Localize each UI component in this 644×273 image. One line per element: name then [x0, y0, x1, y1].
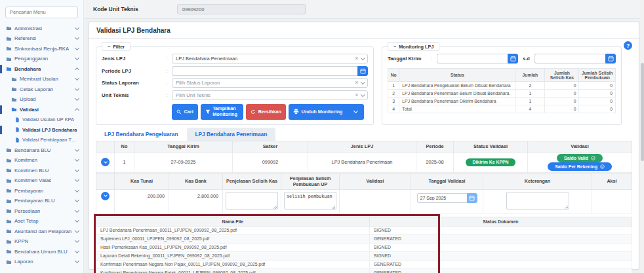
folder-icon [6, 239, 12, 244]
file-row[interactable]: Hasil Pemeriksaan Kas_00011_LPJPEN_09909… [96, 243, 632, 251]
file-row[interactable]: Suplemen LPJ_00011_LPJPEN_099092_08_2025… [96, 234, 632, 243]
tab-lpj-bendahara-penerimaan[interactable]: LPJ Bendahara Penerimaan [187, 128, 276, 141]
sidebar-item-validasi-lpj-bendahara[interactable]: Validasi LPJ Bendahara [0, 125, 83, 136]
sidebar-item-upload[interactable]: Upload [0, 94, 83, 105]
tampilkan-monitoring-button[interactable]: Tampilkan Monitoring [201, 104, 244, 120]
file-row[interactable]: Konfirmasi Penerimaan Negara Non Pajak_0… [96, 260, 632, 268]
sidebar-item-validasi-usulan-up-kpa[interactable]: Validasi Usulan UP KPA [0, 115, 83, 125]
sidebar-item-laporan[interactable]: Laporan [0, 257, 83, 267]
sidebar-item-administrasi[interactable]: Administrasi [0, 24, 83, 34]
unit-teknis-select[interactable]: Pilih Unit Teknis × [172, 90, 368, 100]
clear-icon[interactable]: × [355, 80, 358, 86]
unit-teknis-placeholder: Pilih Unit Teknis [176, 92, 211, 98]
row-expander-button[interactable] [101, 192, 110, 200]
chevron-down-icon[interactable] [361, 92, 365, 96]
chevron-down-icon [75, 198, 79, 202]
filter-legend[interactable]: − Filter [102, 42, 131, 51]
file-row[interactable]: Laporan Detail Rekening_00011_LPJPEN_099… [96, 251, 632, 260]
file-icon [15, 137, 20, 143]
chevron-down-icon [75, 86, 79, 91]
penjelasan-selisih-pembukuan-textarea[interactable]: selisih pembukuan [284, 192, 336, 209]
tanggal-kirim-from-input[interactable] [437, 54, 508, 64]
penjelasan-selisih-kas-textarea[interactable] [226, 192, 278, 209]
sidebar-item-bendahara-blu[interactable]: Bendahara BLU [0, 145, 83, 156]
monitoring-col-jumlah: Jumlah [515, 69, 545, 82]
cell-status: LPJ Bendahara Penerimaan Dikirim Bendaha… [399, 98, 515, 105]
jenis-lpj-select[interactable]: LPJ Bendahara Penerimaan × [172, 54, 368, 64]
tab-lpj-bendahara-pengeluaran[interactable]: LPJ Bendahara Pengeluaran [96, 128, 187, 141]
unduh-label: Unduh Monitoring [302, 109, 343, 115]
calendar-button[interactable] [357, 66, 368, 76]
clear-icon[interactable]: × [355, 92, 358, 98]
chevron-down-icon[interactable] [353, 109, 358, 113]
tanggal-kirim-label: Tanggal Kirim [388, 56, 431, 62]
filter-fieldset: − Filter Jenis LPJ : LPJ Bendahara Pener… [96, 46, 374, 125]
sidebar-item-validasi[interactable]: Validasi [0, 105, 83, 115]
sidebar-item-validasi-pembiayaan-tup-kpa[interactable]: Validasi Pembiayaan TUP KPA [0, 135, 83, 145]
sidebar-item-akuntansi-dan-pelaporan[interactable]: Akuntansi dan Pelaporan [0, 227, 83, 237]
sidebar-item-kppn[interactable]: KPPN [0, 236, 83, 247]
chevron-down-icon [104, 193, 108, 197]
keterangan-textarea[interactable] [506, 192, 569, 209]
sidebar: Administrasi Referensi Sinkronisasi Renj… [0, 0, 84, 273]
tanggal-validasi-input[interactable] [417, 193, 467, 203]
folder-icon [6, 259, 12, 264]
sidebar-item-aset-tetap[interactable]: Aset Tetap [0, 216, 83, 227]
folder-icon [6, 228, 12, 234]
sidebar-item-komitmen[interactable]: Komitmen [0, 155, 83, 166]
file-status: SIGNED [369, 226, 632, 234]
chevron-down-icon [75, 76, 79, 81]
calendar-button[interactable] [605, 54, 616, 64]
lpj-col-validasi: Validasi [528, 141, 632, 152]
bersihkan-button[interactable]: Bersihkan [246, 104, 286, 120]
sidebar-item-membuat-usulan[interactable]: Membuat Usulan [0, 74, 83, 84]
cell-jenis-lpj: LPJ Bendahara Penerimaan [308, 152, 416, 172]
chevron-down-icon[interactable] [361, 56, 365, 60]
sidebar-item-persediaan[interactable]: Persediaan [0, 206, 83, 217]
help-icon[interactable]: ? [624, 41, 632, 50]
calendar-button[interactable] [508, 54, 518, 64]
saldo-per-rekening-button[interactable]: Saldo Per Rekening [548, 162, 612, 171]
monitoring-legend[interactable]: − Monitoring LPJ [388, 42, 439, 51]
periode-lpj-input[interactable] [172, 66, 357, 76]
detail-col-tanggal-validasi: Tanggal Validasi [411, 173, 483, 189]
file-status: GENERATED [369, 268, 632, 273]
sidebar-item-label: Komitmen [14, 157, 37, 163]
lpj-col-jenis-lpj: Jenis LPJ [308, 141, 416, 152]
cari-button[interactable]: Cari [172, 104, 198, 120]
sidebar-item-referensi[interactable]: Referensi [0, 33, 83, 44]
vertical-scrollbar[interactable] [640, 0, 644, 273]
file-status: SIGNED [369, 243, 632, 251]
unduh-monitoring-button[interactable]: Unduh Monitoring [289, 104, 364, 120]
sidebar-item-bendahara[interactable]: Bendahara [0, 64, 83, 75]
menu-search-input[interactable] [5, 7, 78, 18]
tanggal-kirim-to-input[interactable] [534, 54, 605, 64]
sidebar-item-label: Komitmen BLU [14, 168, 49, 173]
sidebar-item-cetak-laporan[interactable]: Cetak Laporan [0, 84, 83, 95]
folder-icon [6, 26, 12, 31]
sidebar-item-komitmen-valas[interactable]: Komitmen Valas [0, 175, 83, 186]
sidebar-item-bendahara-umum-blu[interactable]: Bendahara Umum BLU [0, 247, 83, 257]
file-row[interactable]: Konfirmasi Penerimaan Negara Pajak_00011… [96, 268, 632, 273]
clear-icon[interactable]: × [355, 56, 358, 62]
sidebar-item-penganggaran[interactable]: Penganggaran [0, 54, 83, 64]
status-laporan-select[interactable]: Pilih Status Laporan × [172, 78, 368, 88]
cell-status: LPJ Bendahara Pengeluaran Belum Dibuat B… [399, 82, 515, 90]
saldo-valid-button[interactable]: Saldo Valid [557, 154, 603, 162]
row-expander-button[interactable] [101, 158, 110, 166]
sidebar-item-label: Akuntansi dan Pelaporan [14, 228, 71, 234]
file-icon [15, 127, 20, 132]
calendar-button[interactable] [467, 193, 477, 203]
chevron-down-icon [75, 238, 79, 243]
sidebar-item-sinkronisasi-renja-rka[interactable]: Sinkronisasi Renja-RKA [0, 44, 83, 54]
file-row[interactable]: LPJ Bendahara Penerimaan_00011_LPJPEN_09… [96, 226, 632, 234]
sidebar-item-pembayaran[interactable]: Pembayaran [0, 186, 83, 196]
sidebar-item-komitmen-blu[interactable]: Komitmen BLU [0, 166, 83, 176]
monitoring-col-selisih-pembukuan: Jumlah Selisih Pembukuan [579, 69, 616, 82]
scrollbar-thumb[interactable] [641, 63, 644, 161]
sidebar-item-pembayaran-blu[interactable]: Pembayaran BLU [0, 196, 83, 206]
tab-bar: LPJ Bendahara Pengeluaran LPJ Bendahara … [96, 128, 632, 141]
folder-icon [6, 158, 12, 163]
chevron-down-icon [75, 35, 79, 40]
chevron-down-icon[interactable] [361, 80, 365, 84]
